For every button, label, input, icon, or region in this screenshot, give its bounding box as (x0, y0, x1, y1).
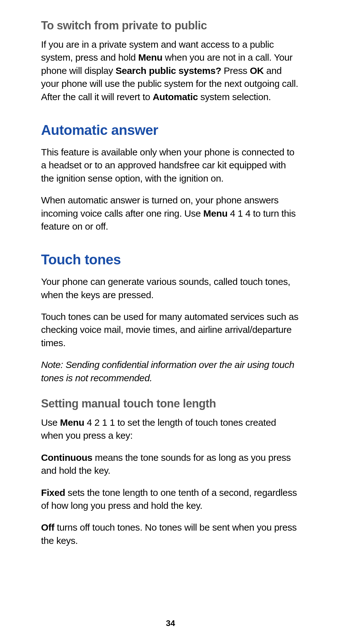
subheading-setting-tone-length: Setting manual touch tone length (41, 397, 300, 410)
paragraph-switch-instructions: If you are in a private system and want … (41, 38, 300, 103)
text-run: turns off touch tones. No tones will be … (41, 522, 297, 545)
subheading-switch-private-public: To switch from private to public (41, 19, 300, 32)
paragraph-set-length-instructions: Use Menu 4 2 1 1 to set the length of to… (41, 416, 300, 442)
paragraph-touch-tones-uses: Touch tones can be used for many automat… (41, 310, 300, 349)
heading-automatic-answer: Automatic answer (41, 122, 300, 138)
bold-automatic: Automatic (153, 92, 198, 102)
paragraph-fixed-option: Fixed sets the tone length to one tenth … (41, 486, 300, 512)
bold-ok: OK (250, 65, 264, 76)
document-page: To switch from private to public If you … (0, 0, 341, 644)
text-run: Use (41, 417, 60, 428)
bold-menu: Menu (138, 52, 163, 63)
paragraph-off-option: Off turns off touch tones. No tones will… (41, 521, 300, 547)
paragraph-auto-answer-availability: This feature is available only when your… (41, 146, 300, 185)
text-run: sets the tone length to one tenth of a s… (41, 487, 297, 511)
text-run: system selection. (198, 92, 271, 102)
page-number: 34 (0, 618, 341, 628)
bold-fixed: Fixed (41, 487, 65, 498)
paragraph-touch-tones-intro: Your phone can generate various sounds, … (41, 275, 300, 301)
note-confidential-warning: Note: Sending confidential information o… (41, 358, 300, 384)
bold-off: Off (41, 522, 54, 533)
text-run: Press (221, 65, 250, 76)
paragraph-continuous-option: Continuous means the tone sounds for as … (41, 451, 300, 477)
bold-menu: Menu (203, 208, 228, 219)
heading-touch-tones: Touch tones (41, 252, 300, 268)
bold-search-public: Search public systems? (116, 65, 221, 76)
bold-continuous: Continuous (41, 452, 93, 463)
paragraph-auto-answer-usage: When automatic answer is turned on, your… (41, 194, 300, 233)
bold-menu: Menu (60, 417, 84, 428)
